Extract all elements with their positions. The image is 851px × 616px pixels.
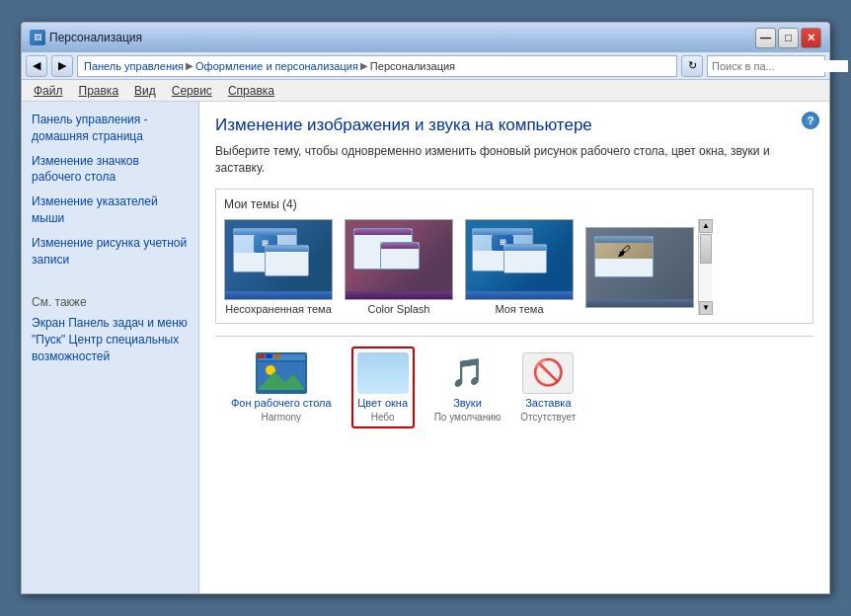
theme-preview-my: ⊞ xyxy=(465,219,574,300)
mini-window-my-2 xyxy=(503,244,547,273)
wallpaper-sublabel: Harmony xyxy=(262,412,302,423)
preview-desktop-splash xyxy=(346,220,452,299)
help-icon[interactable]: ? xyxy=(802,112,819,129)
back-button[interactable]: ◀ xyxy=(26,55,47,77)
mini-window-splash-2 xyxy=(380,242,420,270)
sidebar-link-icons[interactable]: Изменение значков рабочего стола xyxy=(32,153,189,187)
theme-my[interactable]: ⊞ xyxy=(465,219,574,315)
search-box: 🔍 xyxy=(707,55,825,77)
mini-taskbar-splash xyxy=(346,291,452,299)
mini-taskbar-harmony xyxy=(586,299,693,307)
forward-button[interactable]: ▶ xyxy=(51,55,73,77)
mini-window-h-1: 🖌 xyxy=(594,236,654,277)
mini-taskbar-my xyxy=(466,291,573,299)
main-description: Выберите тему, чтобы одновременно измени… xyxy=(215,143,813,177)
menu-help[interactable]: Справка xyxy=(220,82,282,100)
sidebar-seealso: См. также Экран Панель задач и меню "Пус… xyxy=(32,295,189,364)
scroll-down-button[interactable]: ▼ xyxy=(699,301,713,315)
theme-label-my: Моя тема xyxy=(495,303,543,315)
screensaver-label: Заставка xyxy=(525,397,571,409)
window-icon: 🖼 xyxy=(30,30,45,45)
sidebar-link-home[interactable]: Панель управления - домашняя страница xyxy=(32,112,189,145)
breadcrumb-sep-2: ▶ xyxy=(360,60,368,71)
theme-preview-splash xyxy=(345,219,453,300)
window-title: Персонализация xyxy=(49,31,142,44)
scroll-track xyxy=(699,233,712,301)
screensaver-sublabel: Отсутствует xyxy=(520,412,576,423)
title-bar-left: 🖼 Персонализация xyxy=(30,30,142,45)
mini-taskbar-1 xyxy=(225,291,332,299)
mini-window-1b xyxy=(265,245,309,276)
menu-service[interactable]: Сервис xyxy=(164,82,220,100)
breadcrumb-control-panel[interactable]: Панель управления xyxy=(84,60,184,72)
main-panel: ? Изменение изображения и звука на компь… xyxy=(199,102,829,593)
theme-harmony[interactable]: 🖌 xyxy=(585,227,694,315)
mini-titlebar-my-2 xyxy=(504,245,546,251)
theme-label-splash: Color Splash xyxy=(368,303,430,315)
main-window: 🖼 Персонализация — □ ✕ ◀ ▶ Панель управл… xyxy=(21,22,830,594)
color-sublabel: Небо xyxy=(371,412,395,423)
theme-splash[interactable]: Color Splash xyxy=(345,219,453,315)
breadcrumb-sep-1: ▶ xyxy=(186,60,193,71)
svg-rect-7 xyxy=(273,354,280,358)
svg-rect-8 xyxy=(357,352,409,394)
preview-desktop-unsaved: ⊞ xyxy=(225,220,332,299)
scrollbar[interactable]: ▲ ▼ xyxy=(698,219,712,315)
themes-grid: ⊞ xyxy=(224,219,694,315)
color-svg xyxy=(357,352,409,394)
screensaver-icon: 🚫 xyxy=(522,352,574,394)
menu-bar: Файл Правка Вид Сервис Справка xyxy=(22,80,829,102)
sidebar: Панель управления - домашняя страница Из… xyxy=(22,102,199,593)
theme-preview-harmony: 🖌 xyxy=(585,227,694,308)
toolbar-sounds[interactable]: 🎵 Звуки По умолчанию xyxy=(434,352,502,423)
wallpaper-svg xyxy=(256,352,307,394)
sidebar-link-screen[interactable]: Экран xyxy=(32,316,65,330)
mini-titlebar-1b xyxy=(266,246,308,252)
svg-rect-6 xyxy=(266,354,272,358)
sidebar-link-account[interactable]: Изменение рисунка учетной записи xyxy=(32,235,189,269)
sidebar-link-mouse[interactable]: Изменение указателей мыши xyxy=(32,193,189,227)
menu-edit[interactable]: Правка xyxy=(71,82,127,100)
svg-rect-5 xyxy=(258,354,265,358)
toolbar-wallpaper[interactable]: Фон рабочего стола Harmony xyxy=(231,352,332,423)
mini-titlebar-splash-1 xyxy=(354,229,412,235)
mythemes-label: Мои темы (4) xyxy=(224,197,805,211)
refresh-button[interactable]: ↻ xyxy=(681,55,703,77)
breadcrumb-appearance[interactable]: Оформление и персонализация xyxy=(195,60,358,72)
close-button[interactable]: ✕ xyxy=(801,28,821,48)
search-input[interactable] xyxy=(712,60,848,72)
menu-file[interactable]: Файл xyxy=(26,82,71,100)
breadcrumb-current: Персонализация xyxy=(370,60,455,72)
title-bar: 🖼 Персонализация — □ ✕ xyxy=(22,23,829,52)
wallpaper-label: Фон рабочего стола xyxy=(231,397,332,409)
breadcrumb: Панель управления ▶ Оформление и персона… xyxy=(77,55,677,77)
sounds-icon: 🎵 xyxy=(441,352,493,394)
themes-section: Мои темы (4) xyxy=(215,189,813,324)
preview-desktop-harmony: 🖌 xyxy=(586,228,693,307)
sidebar-seealso-title: См. также xyxy=(32,295,189,309)
maximize-button[interactable]: □ xyxy=(778,28,799,48)
preview-desktop-my: ⊞ xyxy=(466,220,573,299)
sounds-label: Звуки xyxy=(453,397,482,409)
theme-label-unsaved: Несохраненная тема xyxy=(225,303,332,315)
title-controls: — □ ✕ xyxy=(755,28,821,48)
bottom-toolbar: Фон рабочего стола Harmony xyxy=(215,336,813,438)
toolbar-screensaver[interactable]: 🚫 Заставка Отсутствует xyxy=(520,352,576,423)
address-bar: ◀ ▶ Панель управления ▶ Оформление и пер… xyxy=(22,52,829,80)
theme-unsaved[interactable]: ⊞ xyxy=(224,219,333,315)
content-area: Панель управления - домашняя страница Из… xyxy=(22,102,829,593)
mini-titlebar-splash-2 xyxy=(381,243,419,249)
color-label: Цвет окна xyxy=(357,397,408,409)
toolbar-color[interactable]: Цвет окна Небо xyxy=(351,346,415,428)
main-title: Изменение изображения и звука на компьют… xyxy=(215,116,813,135)
sounds-sublabel: По умолчанию xyxy=(434,412,502,423)
menu-view[interactable]: Вид xyxy=(126,82,164,100)
scroll-thumb[interactable] xyxy=(700,234,712,264)
wallpaper-icon xyxy=(256,352,307,394)
scroll-up-button[interactable]: ▲ xyxy=(699,219,713,233)
color-icon xyxy=(357,352,409,394)
theme-preview-unsaved: ⊞ xyxy=(224,219,333,300)
minimize-button[interactable]: — xyxy=(755,28,776,48)
svg-rect-1 xyxy=(258,354,305,360)
